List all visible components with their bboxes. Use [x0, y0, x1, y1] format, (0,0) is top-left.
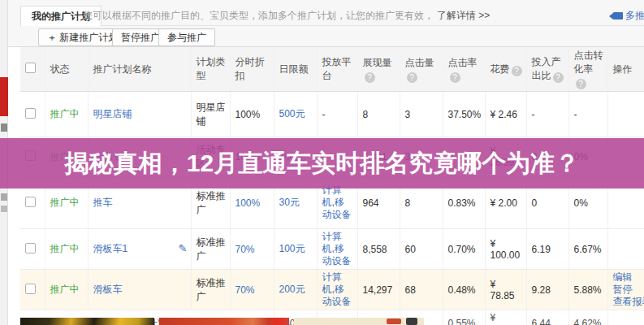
- row-checkbox[interactable]: [25, 197, 36, 207]
- discount-cell: 100%: [230, 92, 274, 137]
- cvr-cell: 5.88%: [568, 270, 607, 310]
- col-platform: 投放平台: [317, 47, 357, 92]
- campaign-name-link[interactable]: 滑板车: [93, 284, 123, 295]
- campaign-hint-text: 您可以根据不同的推广目的、宝贝类型，添加多个推广计划，让您的推广更有效，了解详情…: [83, 9, 490, 23]
- header-checkbox-cell: [20, 47, 45, 92]
- discount-link[interactable]: 100%: [236, 197, 261, 209]
- background-text-fragment: [1, 206, 7, 212]
- impressions-cell: 8,558: [357, 229, 400, 270]
- ops-cell: [607, 92, 644, 137]
- clicks-cell: 60: [400, 229, 443, 270]
- col-ctr-label: 点击率: [448, 57, 478, 68]
- cost-cell: ¥ 78.85: [485, 270, 526, 310]
- col-budget: 日限额: [274, 47, 317, 92]
- table-header-row: 状态 推广计划名称 计划类型 分时折扣 日限额 投放平台 展现量? 点击量? 点…: [20, 47, 644, 92]
- bottom-thumbnail-2[interactable]: [159, 318, 289, 325]
- type-cell: 标准推广: [191, 270, 230, 310]
- type-cell: 标准推广: [191, 229, 230, 270]
- discount-link[interactable]: 70%: [236, 284, 255, 296]
- col-ops: 操作: [607, 47, 644, 92]
- col-cost: 花费?: [485, 47, 526, 92]
- status-cell: 推广中: [45, 229, 88, 270]
- summary-roi: 6.44: [526, 310, 568, 325]
- col-name: 推广计划名称: [88, 47, 191, 92]
- select-all-checkbox[interactable]: [25, 63, 36, 73]
- col-clicks: 点击量?: [400, 47, 443, 92]
- pause-link[interactable]: 暂停: [613, 284, 644, 296]
- ctr-cell: 0.48%: [443, 270, 485, 310]
- cvr-cell: 6.67%: [568, 229, 607, 270]
- help-icon[interactable]: ?: [576, 79, 586, 89]
- tab-divider: [77, 25, 644, 26]
- roi-cell: 6.19: [526, 229, 568, 270]
- join-campaign-button[interactable]: 参与推广: [158, 28, 215, 46]
- cost-cell: ¥ 100.00: [485, 229, 526, 270]
- help-icon[interactable]: ?: [512, 66, 522, 76]
- summary-cvr: 4.62%: [568, 310, 607, 325]
- ctr-cell: 37.50%: [443, 92, 485, 137]
- help-icon[interactable]: ?: [407, 72, 417, 83]
- budget-link[interactable]: 100元: [279, 243, 305, 254]
- impressions-cell: 8: [357, 92, 400, 137]
- col-impressions: 展现量?: [357, 47, 400, 92]
- summary-cost: ¥ 209.70: [485, 310, 526, 325]
- col-clicks-label: 点击量: [405, 57, 434, 68]
- col-status: 状态: [45, 47, 88, 92]
- platform-cell: 计算机,移动设备: [317, 229, 357, 270]
- learn-more-link[interactable]: 了解详情 >>: [437, 10, 490, 21]
- col-impressions-label: 展现量: [363, 57, 392, 68]
- col-type: 计划类型: [191, 47, 230, 92]
- background-text-fragment: [1, 124, 7, 132]
- bottom-thumbnail-1[interactable]: [20, 318, 154, 325]
- campaign-row: 推广中 ✎滑板车1 标准推广 70% 100元 计算机,移动设备 8,558 6…: [20, 229, 644, 270]
- budget-link[interactable]: 500元: [279, 108, 305, 119]
- platform-cell: -: [317, 92, 357, 137]
- campaign-name-link[interactable]: 明星店铺: [93, 108, 132, 119]
- roi-cell: 9.28: [526, 270, 568, 310]
- help-icon[interactable]: ?: [365, 72, 375, 83]
- clicks-cell: 3: [400, 92, 443, 137]
- hint-text: 您可以根据不同的推广目的、宝贝类型，添加多个推广计划，让您的推广更有效，: [83, 10, 434, 21]
- row-checkbox[interactable]: [25, 108, 36, 119]
- campaign-name-link[interactable]: 推车: [93, 197, 113, 208]
- edit-pencil-icon[interactable]: ✎: [179, 242, 188, 254]
- campaign-row: 推广中 明星店铺 明星店铺 100% 500元 - 8 3 37.50% ¥ 2…: [20, 92, 644, 137]
- thumbnail-red-mark: [387, 318, 401, 324]
- type-cell: 明星店铺: [191, 92, 230, 137]
- col-roi: 投入产出比?: [526, 47, 568, 92]
- clicks-cell: 68: [400, 270, 443, 310]
- view-report-link[interactable]: 查看报表: [613, 296, 644, 308]
- summary-ctr: 0.55%: [443, 310, 485, 325]
- edit-link[interactable]: 编辑: [613, 271, 644, 284]
- ops-cell: 编辑 暂停 查看报表: [607, 270, 644, 310]
- cvr-cell: -: [568, 92, 607, 137]
- top-bar: 我的推广计划 您可以根据不同的推广目的、宝贝类型，添加多个推广计划，让您的推广更…: [8, 0, 644, 46]
- budget-link[interactable]: 30元: [279, 197, 300, 208]
- video-icon: [613, 12, 623, 20]
- video-link-label: 多推广计划介绍: [625, 10, 644, 21]
- summary-ops: [607, 310, 644, 325]
- col-cost-label: 花费: [491, 63, 510, 75]
- impressions-cell: 14,297: [357, 270, 400, 310]
- row-checkbox[interactable]: [25, 284, 36, 294]
- promo-banner-overlay: 揭秘真相，12月直通车实时排名究竟哪个为准？: [0, 138, 644, 188]
- col-discount: 分时折扣: [230, 47, 274, 92]
- ops-cell: [607, 229, 644, 270]
- help-icon[interactable]: ?: [450, 72, 460, 83]
- budget-link[interactable]: 200元: [279, 284, 305, 295]
- platform-cell: 计算机,移动设备: [317, 270, 357, 310]
- campaign-name-link[interactable]: 滑板车1: [93, 243, 128, 254]
- thumbnail-dark-mark: [406, 318, 417, 325]
- col-ctr: 点击率?: [443, 47, 485, 92]
- multi-plan-intro-link[interactable]: 多推广计划介绍: [613, 9, 644, 23]
- help-icon[interactable]: ?: [553, 72, 564, 83]
- cost-cell: ¥ 2.46: [485, 92, 526, 137]
- row-checkbox[interactable]: [25, 243, 36, 254]
- status-cell: 推广中: [45, 92, 88, 137]
- campaign-row-highlighted: 推广中 滑板车 标准推广 70% 200元 计算机,移动设备 14,297 68…: [20, 270, 644, 310]
- ctr-cell: 0.70%: [443, 229, 485, 270]
- bottom-thumbnail-3[interactable]: [294, 318, 424, 325]
- discount-link[interactable]: 70%: [236, 244, 255, 255]
- background-text-fragment: [1, 193, 7, 201]
- roi-cell: -: [526, 92, 568, 137]
